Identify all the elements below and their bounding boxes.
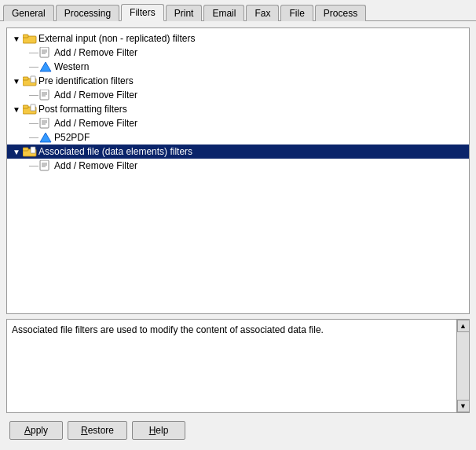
svg-rect-1 [23,35,28,38]
tree-label-western: Western [54,61,89,72]
doc-icon-ext-add-remove [38,46,53,59]
tab-process[interactable]: Process [315,5,366,21]
scroll-down-arrow[interactable]: ▼ [457,400,470,412]
svg-rect-9 [31,76,35,82]
tree-label-pre-identification: Pre identification filters [38,75,134,86]
tab-general[interactable]: General [3,5,54,21]
restore-label: Restore [81,425,114,436]
description-panel: Associated file filters are used to modi… [6,319,470,413]
tree-label-ps2pdf: P52PDF [54,132,90,143]
description-text: Associated file filters are used to modi… [12,324,324,335]
tab-fax[interactable]: Fax [246,5,279,21]
tree-item-associated-file[interactable]: ▼ Associated file (data elements) filter… [7,145,469,159]
help-label: Help [149,425,169,436]
folder-icon-pre-identification [23,75,37,87]
svg-rect-23 [23,148,28,151]
apply-button[interactable]: Apply [9,421,63,440]
tree-item-post-formatting[interactable]: ▼ Post formatting filters [7,102,469,116]
folder-icon-post-formatting [23,103,37,115]
scroll-track[interactable] [457,332,469,400]
apply-label: Apply [24,425,48,436]
doc-icon-pre-add-remove [38,89,53,101]
tree-label-associated-file: Associated file (data elements) filters [38,146,192,157]
filter-icon-western [38,60,53,73]
main-content: ▼ External input (non - replicated) filt… [0,21,476,448]
tab-processing[interactable]: Processing [56,5,119,21]
doc-icon-post-add-remove [38,117,53,130]
tree-item-pre-add-remove[interactable]: Add / Remove Filter [7,88,469,102]
desc-scrollbar[interactable]: ▲ ▼ [456,320,469,412]
tree-item-post-add-remove[interactable]: Add / Remove Filter [7,116,469,130]
scroll-up-arrow[interactable]: ▲ [457,320,470,332]
tree-item-ext-add-remove[interactable]: Add / Remove Filter [7,46,469,60]
tree-label-external-input: External input (non - replicated) filter… [38,33,195,44]
svg-marker-21 [40,133,51,142]
folder-icon-external-input [23,32,37,45]
doc-icon-assoc-add-remove [38,159,53,172]
tree-item-pre-identification[interactable]: ▼ Pre identification filters [7,74,469,88]
tree-expand-associated-file[interactable]: ▼ [10,145,23,158]
folder-icon-associated-file [23,145,37,158]
tree-expand-pre-identification[interactable]: ▼ [10,75,23,87]
tree-item-western[interactable]: Western [7,60,469,74]
filter-icon-ps2pdf [38,131,53,144]
tree-label-post-formatting: Post formatting filters [38,104,127,115]
svg-rect-24 [31,147,35,153]
tab-email[interactable]: Email [203,5,244,21]
svg-rect-16 [31,104,35,111]
tab-filters[interactable]: Filters [121,4,164,21]
tree-item-external-input[interactable]: ▼ External input (non - replicated) filt… [7,31,469,46]
svg-marker-6 [40,62,51,71]
tab-bar: General Processing Filters Print Email F… [0,0,476,21]
tree-item-ps2pdf[interactable]: P52PDF [7,130,469,145]
tree-item-assoc-add-remove[interactable]: Add / Remove Filter [7,159,469,173]
tree-label-pre-add-remove: Add / Remove Filter [54,90,137,101]
tree-expand-external-input[interactable]: ▼ [10,32,23,45]
svg-rect-15 [23,105,28,108]
help-button[interactable]: Help [132,421,185,440]
restore-button[interactable]: Restore [68,421,127,440]
tree-label-post-add-remove: Add / Remove Filter [54,118,137,129]
tab-file[interactable]: File [280,5,313,21]
tree-expand-post-formatting[interactable]: ▼ [10,103,23,115]
svg-rect-8 [23,77,28,80]
filter-tree-panel[interactable]: ▼ External input (non - replicated) filt… [6,27,470,314]
tree-label-ext-add-remove: Add / Remove Filter [54,47,137,58]
tab-print[interactable]: Print [166,5,203,21]
button-bar: Apply Restore Help [6,418,470,441]
tree-label-assoc-add-remove: Add / Remove Filter [54,160,137,171]
